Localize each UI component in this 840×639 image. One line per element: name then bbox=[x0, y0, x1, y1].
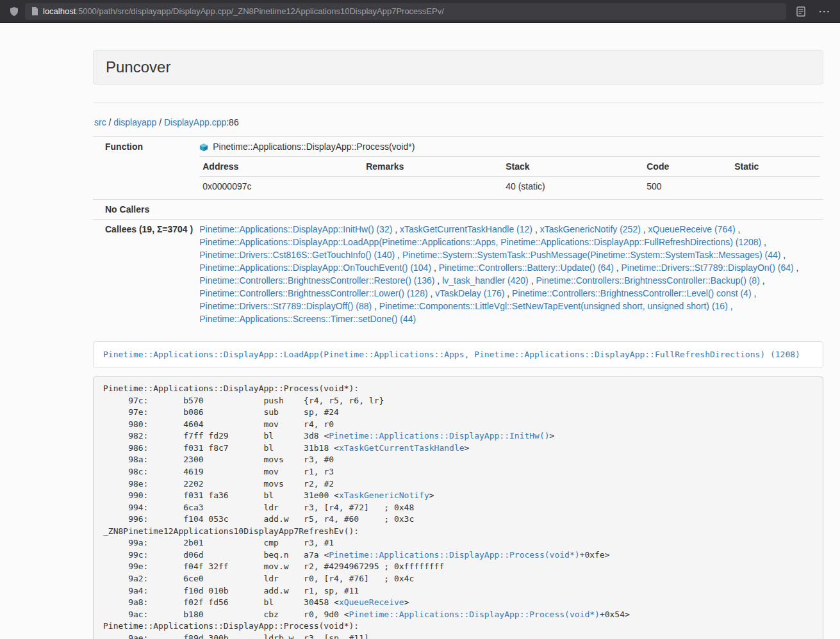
function-name: Pinetime::Applications::DisplayApp::Proc… bbox=[213, 140, 415, 153]
callee-link[interactable]: vTaskDelay (176) bbox=[435, 288, 504, 298]
function-table: Function Pinetime::Applications::Display… bbox=[93, 136, 823, 328]
divider bbox=[93, 102, 823, 103]
function-row-label: Function bbox=[93, 137, 196, 200]
overflow-menu-icon: ⋯ bbox=[818, 5, 831, 17]
callee-link[interactable]: lv_task_handler (420) bbox=[442, 275, 529, 286]
stats-table: Address Remarks Stack Code Static 0x0000… bbox=[199, 156, 820, 196]
callees-label: Callees (19, Σ=3704 ) bbox=[93, 220, 196, 329]
callee-link[interactable]: Pinetime::Controllers::Battery::Update()… bbox=[439, 263, 614, 273]
disassembly-code: Pinetime::Applications::DisplayApp::Proc… bbox=[93, 376, 823, 639]
static-value bbox=[731, 177, 820, 197]
symbol-link[interactable]: xTaskGenericNotify bbox=[339, 490, 429, 500]
callee-link[interactable]: xTaskGenericNotify (252) bbox=[540, 224, 641, 234]
callee-link[interactable]: Pinetime::Applications::DisplayApp::Init… bbox=[199, 224, 392, 234]
callee-link[interactable]: Pinetime::Drivers::Cst816S::GetTouchInfo… bbox=[199, 250, 395, 260]
col-header-static: Static bbox=[731, 157, 820, 177]
stack-value: 40 (static) bbox=[502, 177, 643, 197]
url-path: :5000/path/src/displayapp/DisplayApp.cpp… bbox=[76, 6, 444, 16]
remarks-value bbox=[363, 177, 502, 197]
callee-link[interactable]: Pinetime::Controllers::BrightnessControl… bbox=[536, 275, 759, 286]
callee-link[interactable]: Pinetime::Drivers::St7789::DisplayOn() (… bbox=[622, 263, 794, 273]
callee-link[interactable]: Pinetime::Components::LittleVgl::SetNewT… bbox=[379, 301, 728, 311]
url-bar[interactable]: localhost:5000/path/src/displayapp/Displ… bbox=[25, 3, 786, 20]
app-header-panel: Puncover bbox=[93, 50, 823, 85]
symbol-link[interactable]: xQueueReceive bbox=[339, 597, 404, 607]
col-header-address: Address bbox=[199, 157, 363, 177]
address-value: 0x0000097c bbox=[199, 177, 363, 197]
function-icon bbox=[199, 143, 208, 152]
breadcrumb-link[interactable]: src bbox=[94, 117, 106, 127]
col-header-code: Code bbox=[643, 157, 731, 177]
col-header-stack: Stack bbox=[502, 157, 643, 177]
callees-list: Pinetime::Applications::DisplayApp::Init… bbox=[196, 220, 823, 329]
symbol-link[interactable]: xTaskGetCurrentTaskHandle bbox=[339, 443, 465, 453]
page-title: Puncover bbox=[106, 58, 811, 76]
symbol-link[interactable]: Pinetime::Applications::DisplayApp::Proc… bbox=[349, 610, 600, 619]
callee-link[interactable]: Pinetime::Drivers::St7789::DisplayOff() … bbox=[199, 301, 372, 311]
reader-mode-icon bbox=[796, 6, 806, 17]
breadcrumb-link[interactable]: DisplayApp.cpp bbox=[164, 117, 226, 127]
reader-mode-button[interactable] bbox=[792, 3, 810, 20]
breadcrumb: src / displayapp / DisplayApp.cpp:86 bbox=[94, 116, 823, 129]
highlighted-symbol-link[interactable]: Pinetime::Applications::DisplayApp::Load… bbox=[103, 350, 800, 359]
tracking-shield-icon[interactable] bbox=[9, 6, 19, 17]
callees-row: Callees (19, Σ=3704 ) Pinetime::Applicat… bbox=[93, 220, 823, 329]
callee-link[interactable]: Pinetime::Applications::DisplayApp::OnTo… bbox=[199, 263, 431, 273]
url-host: localhost bbox=[43, 6, 76, 16]
col-header-remarks: Remarks bbox=[363, 157, 502, 177]
highlighted-symbol-panel: Pinetime::Applications::DisplayApp::Load… bbox=[93, 341, 823, 368]
page-icon bbox=[31, 7, 38, 15]
stats-data-row: 0x0000097c 40 (static) 500 bbox=[199, 177, 820, 197]
no-callers-label: No Callers bbox=[93, 200, 196, 220]
callee-link[interactable]: Pinetime::System::SystemTask::PushMessag… bbox=[402, 250, 781, 260]
callee-link[interactable]: xQueueReceive (764) bbox=[648, 224, 736, 234]
callee-link[interactable]: xTaskGetCurrentTaskHandle (12) bbox=[400, 224, 532, 234]
breadcrumb-link[interactable]: displayapp bbox=[113, 117, 156, 127]
callee-link[interactable]: Pinetime::Controllers::BrightnessControl… bbox=[199, 275, 434, 286]
no-callers-row: No Callers bbox=[93, 200, 823, 220]
callee-link[interactable]: Pinetime::Applications::Screens::Timer::… bbox=[199, 314, 416, 324]
url-text: localhost:5000/path/src/displayapp/Displ… bbox=[43, 6, 444, 16]
page-content: Puncover src / displayapp / DisplayApp.c… bbox=[93, 23, 823, 639]
symbol-link[interactable]: Pinetime::Applications::DisplayApp::Proc… bbox=[329, 550, 579, 560]
function-row: Function Pinetime::Applications::Display… bbox=[93, 137, 823, 200]
callee-link[interactable]: Pinetime::Controllers::BrightnessControl… bbox=[512, 288, 751, 298]
overflow-menu-button[interactable]: ⋯ bbox=[816, 3, 834, 20]
symbol-link[interactable]: Pinetime::Applications::DisplayApp::Init… bbox=[329, 431, 549, 441]
callee-link[interactable]: Pinetime::Controllers::BrightnessControl… bbox=[199, 288, 427, 298]
code-value: 500 bbox=[643, 177, 731, 197]
browser-toolbar: localhost:5000/path/src/displayapp/Displ… bbox=[0, 0, 840, 23]
stats-header-row: Address Remarks Stack Code Static bbox=[199, 157, 820, 177]
callee-link[interactable]: Pinetime::Applications::DisplayApp::Load… bbox=[199, 237, 761, 247]
